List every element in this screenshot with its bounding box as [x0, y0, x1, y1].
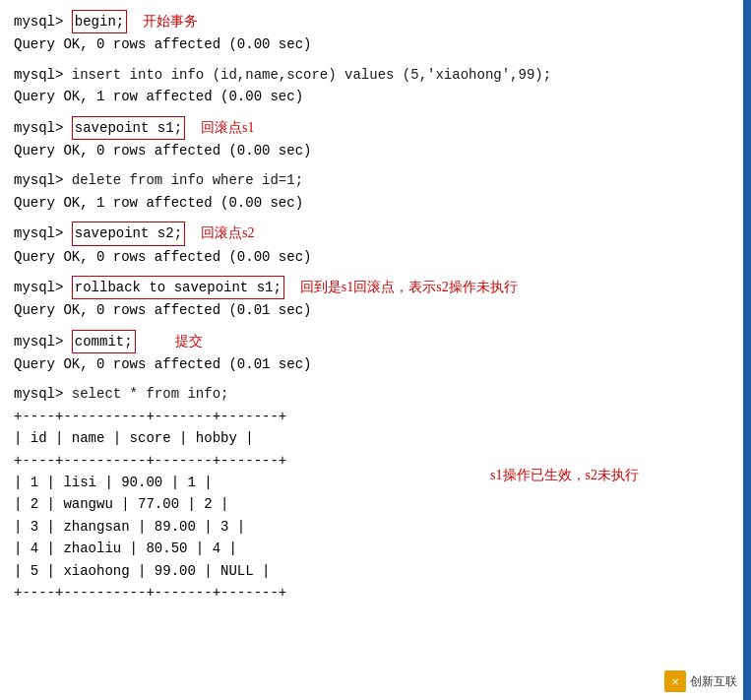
output-2: Query OK, 1 row affected (0.00 sec): [14, 86, 737, 107]
output-6: Query OK, 0 rows affected (0.01 sec): [14, 299, 737, 321]
output-3: Query OK, 0 rows affected (0.00 sec): [14, 140, 737, 161]
cmd-select: select * from info;: [72, 383, 229, 405]
annotation-s1: 回滚点s1: [201, 117, 254, 139]
prompt-6: mysql>: [14, 277, 72, 298]
cmd-rollback: rollback to savepoint s1;: [72, 276, 284, 299]
result-table: +----+----------+-------+-------+ | id |…: [14, 406, 737, 605]
table-row-4: | 4 | zhaoliu | 80.50 | 4 |: [14, 538, 737, 559]
table-sep-bottom: +----+----------+-------+-------+: [14, 582, 737, 604]
cmd-savepoint-s1: savepoint s1;: [72, 116, 185, 140]
cmd-begin: begin;: [72, 10, 127, 33]
output-text-2: Query OK, 1 row affected (0.00 sec): [14, 86, 303, 107]
table-header: | id | name | score | hobby |: [14, 427, 737, 449]
right-scrollbar-bar: [743, 0, 751, 700]
prompt-8: mysql>: [14, 383, 72, 405]
prompt-4: mysql>: [14, 169, 72, 191]
prompt-3: mysql>: [14, 117, 72, 139]
cmd-line-rollback: mysql> rollback to savepoint s1; 回到是s1回滚…: [14, 276, 737, 299]
output-text-1: Query OK, 0 rows affected (0.00 sec): [14, 33, 311, 55]
cmd-line-begin: mysql> begin; 开始事务: [14, 10, 737, 33]
cmd-delete: delete from info where id=1;: [72, 169, 303, 191]
prompt-1: mysql>: [14, 11, 72, 32]
watermark-icon: ✕: [664, 670, 686, 692]
prompt-5: mysql>: [14, 223, 72, 244]
annotation-commit: 提交: [175, 331, 203, 352]
table-row-3: | 3 | zhangsan | 89.00 | 3 |: [14, 516, 245, 538]
prompt-2: mysql>: [14, 64, 72, 86]
cmd-line-commit: mysql> commit; 提交: [14, 330, 737, 353]
terminal-window: mysql> begin; 开始事务 Query OK, 0 rows affe…: [0, 0, 751, 613]
output-text-6: Query OK, 0 rows affected (0.01 sec): [14, 299, 311, 321]
table-sep-top: +----+----------+-------+-------+: [14, 406, 737, 427]
prompt-7: mysql>: [14, 331, 72, 352]
output-5: Query OK, 0 rows affected (0.00 sec): [14, 246, 737, 268]
cmd-savepoint-s2: savepoint s2;: [72, 222, 185, 245]
cmd-line-delete: mysql> delete from info where id=1;: [14, 169, 737, 191]
table-annotation: s1操作已生效，s2未执行: [490, 465, 639, 486]
cmd-commit: commit;: [72, 330, 136, 353]
output-4: Query OK, 1 row affected (0.00 sec): [14, 192, 737, 214]
output-text-7: Query OK, 0 rows affected (0.01 sec): [14, 353, 311, 375]
table-row-5: | 5 | xiaohong | 99.00 | NULL |: [14, 560, 737, 582]
cmd-line-select: mysql> select * from info;: [14, 383, 737, 405]
annotation-s2: 回滚点s2: [201, 223, 254, 244]
annotation-begin: 开始事务: [143, 11, 198, 32]
cmd-line-savepoint-s1: mysql> savepoint s1; 回滚点s1: [14, 116, 737, 140]
output-text-4: Query OK, 1 row affected (0.00 sec): [14, 192, 303, 214]
output-text-3: Query OK, 0 rows affected (0.00 sec): [14, 140, 311, 161]
output-1: Query OK, 0 rows affected (0.00 sec): [14, 33, 737, 55]
output-7: Query OK, 0 rows affected (0.01 sec): [14, 353, 737, 375]
annotation-rollback: 回到是s1回滚点，表示s2操作未执行: [300, 277, 518, 298]
watermark: ✕ 创新互联: [664, 670, 737, 692]
cmd-insert: insert into info (id,name,score) values …: [72, 64, 551, 86]
watermark-text: 创新互联: [690, 673, 737, 690]
cmd-line-insert: mysql> insert into info (id,name,score) …: [14, 64, 737, 86]
cmd-line-savepoint-s2: mysql> savepoint s2; 回滚点s2: [14, 222, 737, 245]
table-row-2: | 2 | wangwu | 77.00 | 2 |: [14, 493, 737, 515]
output-text-5: Query OK, 0 rows affected (0.00 sec): [14, 246, 311, 268]
